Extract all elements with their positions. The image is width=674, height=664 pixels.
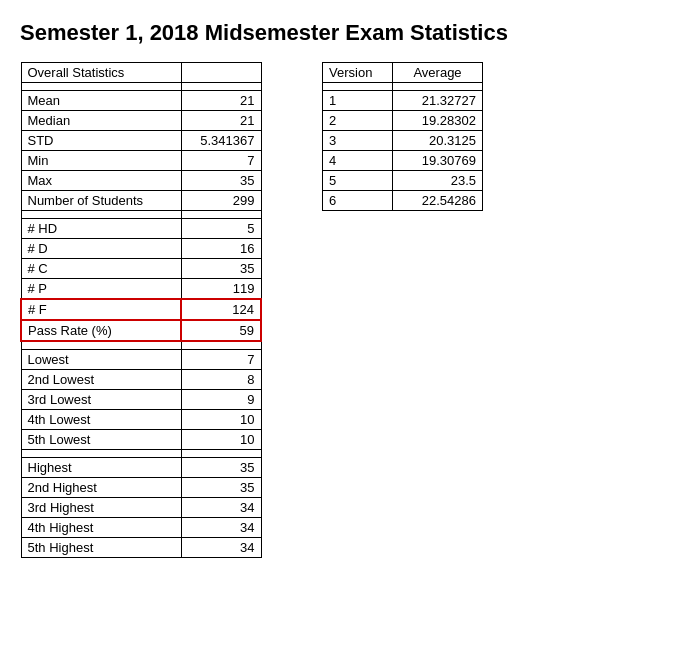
highlight-row-f: # F 124: [21, 299, 261, 320]
version-cell: 6: [323, 191, 393, 211]
row-value: 10: [181, 429, 261, 449]
average-cell: 21.32727: [393, 91, 483, 111]
page-title: Semester 1, 2018 Midsemester Exam Statis…: [20, 20, 654, 46]
table-row: Highest 35: [21, 457, 261, 477]
row-label: Number of Students: [21, 191, 181, 211]
tables-container: Overall Statistics Mean 21 Median 21 STD…: [20, 62, 654, 558]
row-value: 35: [181, 171, 261, 191]
row-label: STD: [21, 131, 181, 151]
row-label: Min: [21, 151, 181, 171]
version-table-header: Version Average: [323, 63, 483, 83]
row-value: 59: [181, 320, 261, 341]
row-label: 2nd Highest: [21, 477, 181, 497]
average-cell: 19.30769: [393, 151, 483, 171]
main-table: Overall Statistics Mean 21 Median 21 STD…: [20, 62, 262, 558]
table-row: Number of Students 299: [21, 191, 261, 211]
row-value: 299: [181, 191, 261, 211]
row-value: 10: [181, 409, 261, 429]
table-row: 2 19.28302: [323, 111, 483, 131]
average-col-header: Average: [393, 63, 483, 83]
row-value: 7: [181, 349, 261, 369]
row-value: 5: [181, 219, 261, 239]
table-row: STD 5.341367: [21, 131, 261, 151]
average-cell: 20.3125: [393, 131, 483, 151]
spacer-row-4: [21, 449, 261, 457]
table-row: Median 21: [21, 111, 261, 131]
row-label: 5th Highest: [21, 537, 181, 557]
table-row: 2nd Highest 35: [21, 477, 261, 497]
row-label: 3rd Lowest: [21, 389, 181, 409]
table-row: # P 119: [21, 279, 261, 300]
row-label: Max: [21, 171, 181, 191]
row-label: 4th Highest: [21, 517, 181, 537]
table-row: Max 35: [21, 171, 261, 191]
table-row: 4th Lowest 10: [21, 409, 261, 429]
row-value: 9: [181, 389, 261, 409]
row-label: Median: [21, 111, 181, 131]
version-table: Version Average 1 21.32727 2 19.28302 3 …: [322, 62, 483, 211]
version-cell: 3: [323, 131, 393, 151]
table-row: Min 7: [21, 151, 261, 171]
table-row: 3rd Highest 34: [21, 497, 261, 517]
table-row: 3rd Lowest 9: [21, 389, 261, 409]
table-row: 5th Highest 34: [21, 537, 261, 557]
highlight-row-passrate: Pass Rate (%) 59: [21, 320, 261, 341]
row-label: Highest: [21, 457, 181, 477]
row-label: Mean: [21, 91, 181, 111]
version-cell: 2: [323, 111, 393, 131]
row-value: 34: [181, 497, 261, 517]
table-row: 4 19.30769: [323, 151, 483, 171]
table-row: # HD 5: [21, 219, 261, 239]
table-row: 6 22.54286: [323, 191, 483, 211]
row-value: 124: [181, 299, 261, 320]
row-value: 35: [181, 457, 261, 477]
overall-stats-value-col: [181, 63, 261, 83]
row-label: # C: [21, 259, 181, 279]
overall-stats-label: Overall Statistics: [21, 63, 181, 83]
spacer-row-2: [21, 211, 261, 219]
version-spacer: [323, 83, 483, 91]
row-value: 5.341367: [181, 131, 261, 151]
table-row: Lowest 7: [21, 349, 261, 369]
row-value: 8: [181, 369, 261, 389]
row-value: 21: [181, 111, 261, 131]
version-cell: 4: [323, 151, 393, 171]
spacer-row-3: [21, 341, 261, 349]
row-value: 34: [181, 517, 261, 537]
table-row: 2nd Lowest 8: [21, 369, 261, 389]
row-label: 5th Lowest: [21, 429, 181, 449]
row-value: 16: [181, 239, 261, 259]
row-value: 7: [181, 151, 261, 171]
version-cell: 1: [323, 91, 393, 111]
row-label: # P: [21, 279, 181, 300]
table-row: # C 35: [21, 259, 261, 279]
row-value: 35: [181, 477, 261, 497]
row-label: Pass Rate (%): [21, 320, 181, 341]
row-value: 35: [181, 259, 261, 279]
spacer-row-1: [21, 83, 261, 91]
table-row: # D 16: [21, 239, 261, 259]
overall-stats-header-row: Overall Statistics: [21, 63, 261, 83]
table-row: Mean 21: [21, 91, 261, 111]
table-row: 5th Lowest 10: [21, 429, 261, 449]
average-cell: 22.54286: [393, 191, 483, 211]
row-label: Lowest: [21, 349, 181, 369]
row-label: # D: [21, 239, 181, 259]
version-cell: 5: [323, 171, 393, 191]
row-value: 21: [181, 91, 261, 111]
row-label: # F: [21, 299, 181, 320]
table-row: 4th Highest 34: [21, 517, 261, 537]
row-value: 34: [181, 537, 261, 557]
table-row: 3 20.3125: [323, 131, 483, 151]
version-col-header: Version: [323, 63, 393, 83]
row-value: 119: [181, 279, 261, 300]
row-label: 2nd Lowest: [21, 369, 181, 389]
row-label: # HD: [21, 219, 181, 239]
average-cell: 19.28302: [393, 111, 483, 131]
row-label: 3rd Highest: [21, 497, 181, 517]
row-label: 4th Lowest: [21, 409, 181, 429]
table-row: 1 21.32727: [323, 91, 483, 111]
average-cell: 23.5: [393, 171, 483, 191]
table-row: 5 23.5: [323, 171, 483, 191]
